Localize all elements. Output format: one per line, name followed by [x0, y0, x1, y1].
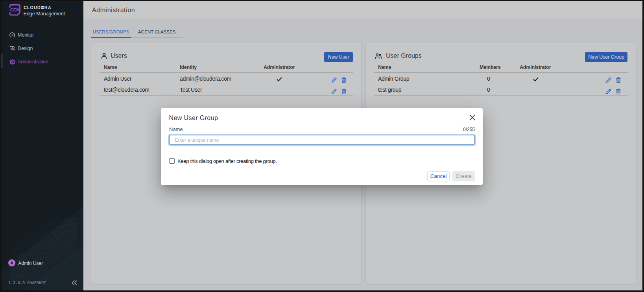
svg-text:CEM: CEM	[10, 7, 20, 12]
